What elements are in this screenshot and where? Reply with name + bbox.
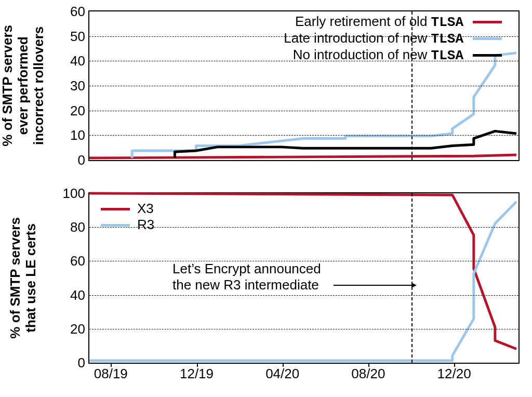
legend-item-mono: TLSA <box>431 15 463 30</box>
y-tick-label: 40 <box>70 287 85 303</box>
legend-item-label: X3 <box>137 201 154 217</box>
y-tick-label: 50 <box>70 28 85 44</box>
top-legend: Early retirement of old TLSA Late introd… <box>284 14 502 63</box>
legend-item-label: Late introduction of new <box>284 30 431 46</box>
annotation-arrow <box>334 283 417 288</box>
legend-swatch <box>473 37 502 40</box>
y-tick-label: 20 <box>70 102 85 118</box>
y-tick-label: 30 <box>70 78 85 94</box>
y-tick-label: 20 <box>70 321 85 337</box>
annotation-line: the new R3 intermediate <box>172 277 321 293</box>
y-tick-label: 60 <box>70 253 85 269</box>
x-tick-label: 12/19 <box>180 366 214 382</box>
bottom-legend: X3 R3 <box>97 201 154 233</box>
ylabel-line: that use LE certs <box>23 223 39 333</box>
y-tick-label: 0 <box>78 152 85 168</box>
legend-item-mono: TLSA <box>431 31 463 47</box>
legend-item-label: No introduction of new <box>293 47 431 62</box>
y-tick-label: 60 <box>70 4 85 20</box>
legend-swatch <box>473 54 502 57</box>
top-plot-area: Early retirement of old TLSA Late introd… <box>88 10 520 161</box>
figure: Early retirement of old TLSA Late introd… <box>0 0 532 397</box>
y-tick-label: 10 <box>70 127 85 143</box>
legend-swatch <box>101 208 130 210</box>
legend-swatch <box>473 21 502 23</box>
gridline <box>89 61 518 61</box>
gridline <box>89 261 518 261</box>
y-tick-label: 100 <box>63 186 85 202</box>
gridline <box>89 36 518 37</box>
x-tick-label: 08/19 <box>94 366 128 382</box>
annotation-line: Let’s Encrypt announced <box>172 261 321 277</box>
ylabel-line: ever performed <box>16 36 31 135</box>
x-tick-label: 12/20 <box>437 366 471 382</box>
y-tick-label: 40 <box>70 53 85 69</box>
legend-swatch <box>101 224 130 227</box>
top-y-axis-label: % of SMTP servers ever performed incorre… <box>0 10 62 161</box>
legend-item-label: Early retirement of old <box>295 14 431 29</box>
series-line <box>132 53 516 158</box>
gridline <box>89 329 518 329</box>
x-tick-label: 04/20 <box>265 366 299 382</box>
legend-item-label: R3 <box>137 217 154 233</box>
ylabel-line: % of SMTP servers <box>0 25 16 147</box>
ylabel-line: % of SMTP servers <box>8 217 23 339</box>
ylabel-line: incorrect rollovers <box>31 27 47 145</box>
bottom-y-axis-label: % of SMTP servers that use LE certs <box>0 192 62 364</box>
series-line <box>89 155 516 158</box>
x-tick-label: 08/20 <box>351 366 385 382</box>
annotation-vline-bottom <box>411 193 413 363</box>
gridline <box>89 86 518 86</box>
gridline <box>89 135 518 136</box>
gridline <box>89 295 518 296</box>
bottom-plot-area: X3 R3 Let’s Encrypt announced the new R3… <box>88 192 520 364</box>
gridline <box>89 111 518 111</box>
gridline <box>89 227 518 228</box>
y-tick-label: 0 <box>78 355 85 371</box>
y-tick-label: 80 <box>70 219 85 235</box>
annotation-text: Let’s Encrypt announced the new R3 inter… <box>172 261 321 293</box>
